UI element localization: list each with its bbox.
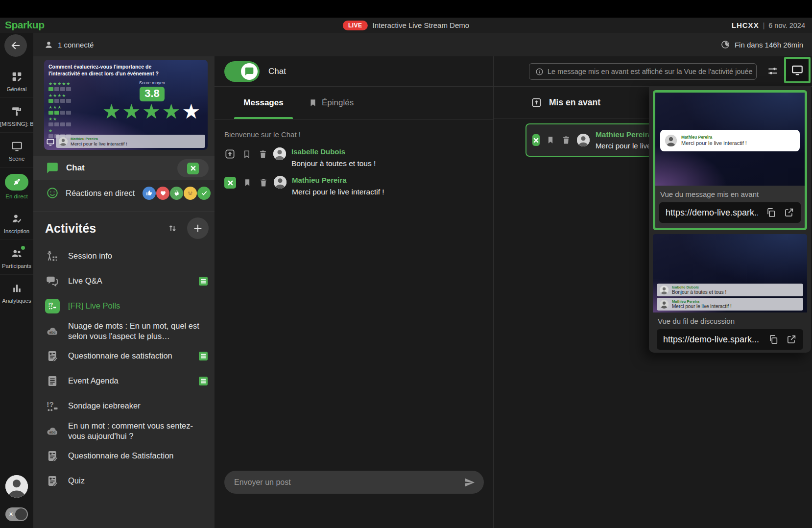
add-activity-button[interactable] (187, 217, 209, 239)
chat-highlight-clear-button[interactable] (177, 159, 209, 177)
message-text: Merci pour le live interactif ! (292, 188, 384, 196)
sidebar-item-participants[interactable]: Participants (0, 240, 33, 274)
activities-header: Activités (45, 216, 209, 241)
settings-sliders-icon[interactable] (766, 65, 779, 77)
sidebar-item-general[interactable]: Général (0, 63, 33, 97)
avatar (59, 137, 68, 146)
open-external-icon[interactable] (786, 334, 797, 345)
unhighlight-message-button[interactable] (532, 134, 540, 146)
open-external-icon[interactable] (784, 207, 794, 218)
live-badge: LIVE (343, 21, 368, 30)
tab-pinned[interactable]: Épinglés (309, 98, 354, 108)
time-remaining: Fin dans 146h 26min (720, 40, 803, 49)
thread-view-card[interactable]: Isabelle Dubois Bonjour à toutes et tous… (653, 234, 807, 350)
message-author: Isabelle Dubois (672, 285, 726, 289)
sidebar-item-analytics[interactable]: Analytiques (0, 274, 33, 309)
poll-icon: !? (45, 299, 60, 313)
sidebar-item-stage[interactable]: Scène (0, 132, 33, 167)
activity-label: Session info (68, 251, 208, 261)
chat-input[interactable] (233, 478, 459, 487)
activity-item-satisfaction-survey[interactable]: Questionnaire de satisfaction (45, 343, 208, 368)
activity-item-word-cloud-2[interactable]: abc En un mot : comment vous sentez-vous… (45, 418, 208, 443)
reaction-check-icon[interactable] (197, 187, 211, 200)
tab-messages[interactable]: Messages (234, 87, 293, 119)
bookmark-icon (309, 98, 317, 107)
activity-label: En un mot : comment vous sentez-vous auj… (68, 421, 208, 441)
send-icon[interactable] (464, 477, 475, 488)
rating-distribution: ★★★★★ ★★★★ ★★★ ★★ ★ (48, 82, 71, 141)
view-label: Vue du fil de discussion (653, 312, 807, 327)
sidebar-item-live[interactable]: En direct (0, 167, 33, 205)
message-text: Merci pour le live interactif ! (681, 140, 747, 146)
reaction-heart-icon[interactable] (156, 187, 169, 200)
reaction-thumbs-up-icon[interactable] (143, 187, 156, 200)
person-icon (44, 40, 53, 49)
activity-item-icebreaker-poll[interactable]: !? Sondage icebreaker (45, 393, 208, 418)
sidebar-item-branding[interactable]: [MISSING]: Bra (0, 97, 33, 132)
svg-text:!?: !? (47, 400, 53, 408)
back-button[interactable] (4, 34, 27, 57)
rating-row: ★★★★ (48, 94, 71, 103)
activity-item-session-info[interactable]: Session info (45, 243, 208, 268)
person-check-icon (11, 212, 23, 225)
reaction-clap-icon[interactable] (170, 187, 183, 200)
star-icon: ★ (122, 100, 143, 123)
activity-item-word-cloud[interactable]: abc Nuage de mots : En un mot, quel est … (45, 318, 208, 343)
session-info-icon (45, 249, 60, 264)
highlight-message-button[interactable] (224, 148, 236, 160)
activity-item-live-qa[interactable]: Live Q&A (45, 268, 208, 293)
activity-item-quiz[interactable]: Quiz (45, 468, 208, 493)
highlight-view-preview: Mathieu Pereira Merci pour le live inter… (655, 93, 805, 186)
view-url-bar: https://demo-live.spark... (657, 329, 803, 350)
activity-item-satisfaction-survey-2[interactable]: Questionnaire de Satisfaction (45, 443, 208, 468)
highlight-toolbar: Le message mis en avant est affiché sur … (494, 56, 812, 87)
chat-toggle[interactable] (224, 61, 260, 82)
activity-label: Quiz (68, 476, 208, 486)
message-actions (224, 148, 268, 160)
reaction-laugh-icon[interactable] (184, 187, 197, 200)
avatar (660, 300, 669, 309)
copy-icon[interactable] (768, 334, 779, 345)
chat-panel: Chat Messages Épinglés Bienvenue sur le … (215, 56, 493, 528)
delete-message-button[interactable] (258, 149, 268, 159)
paint-roller-icon (11, 104, 23, 118)
event-date: 6 nov. 2024 (768, 22, 805, 29)
stars-label: ★★★ (48, 105, 71, 110)
chat-message: Isabelle Dubois Bonjour à toutes et tous… (224, 147, 493, 168)
chat-toggle-label: Chat (268, 67, 286, 76)
toggle-knob (15, 508, 27, 520)
user-avatar[interactable] (5, 475, 28, 498)
unhighlight-message-button[interactable] (224, 177, 236, 189)
arrow-left-icon (10, 40, 22, 51)
delete-message-button[interactable] (259, 178, 268, 188)
sidebar-item-registration[interactable]: Inscription (0, 205, 33, 240)
message-author: Mathieu Pereira (71, 137, 127, 141)
monitor-icon (11, 139, 23, 153)
pin-message-button[interactable] (546, 135, 555, 145)
survey-icon (45, 474, 60, 488)
svg-text:abc: abc (49, 330, 56, 335)
rail-nav: Général [MISSING]: Bra Scène En direct (0, 63, 33, 309)
star-icon: ★ (182, 100, 202, 123)
clear-highlight-icon (187, 163, 199, 174)
delete-message-button[interactable] (561, 135, 571, 145)
preview-message: Mathieu Pereira Merci pour le live inter… (657, 298, 803, 311)
highlight-view-card[interactable]: Mathieu Pereira Merci pour le live inter… (653, 90, 807, 230)
survey-icon (45, 449, 60, 463)
pin-message-button[interactable] (242, 149, 252, 159)
sort-button[interactable] (167, 222, 178, 234)
theme-toggle[interactable]: ☀ (5, 507, 28, 521)
rocket-icon (5, 174, 28, 191)
sun-icon: ☀ (8, 510, 14, 518)
highlighted-message-bubble: Mathieu Pereira Merci pour le live inter… (660, 130, 800, 151)
top-bar: Sparkup LIVE Interactive Live Stream Dem… (0, 18, 812, 33)
activity-item-event-agenda[interactable]: Event Agenda (45, 368, 208, 393)
activity-label: Questionnaire de Satisfaction (68, 451, 208, 461)
display-monitor-icon[interactable] (46, 138, 55, 146)
display-views-button[interactable] (784, 57, 811, 83)
highlight-box-icon (531, 97, 542, 108)
sidebar-item-label: Scène (9, 156, 25, 162)
activity-item-live-polls[interactable]: !? [FR] Live Polls (45, 293, 208, 318)
copy-icon[interactable] (765, 207, 776, 218)
pin-message-button[interactable] (242, 178, 252, 188)
